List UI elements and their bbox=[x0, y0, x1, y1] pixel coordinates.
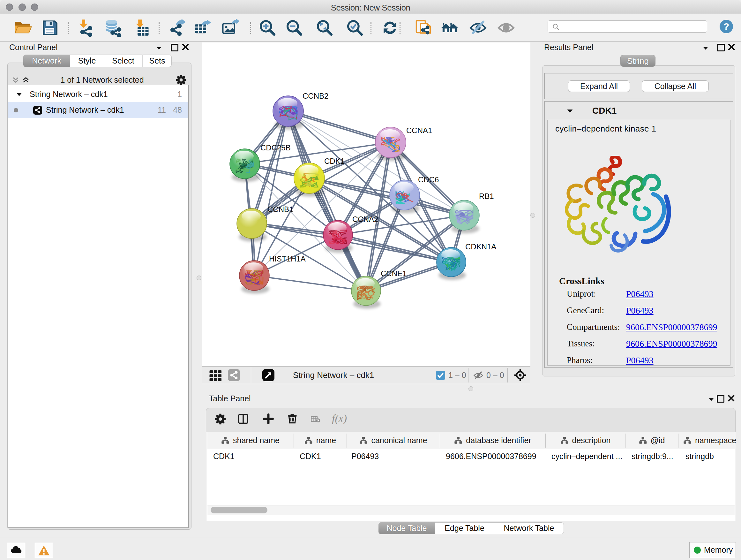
svg-text:CDC6: CDC6 bbox=[418, 175, 439, 184]
svg-text:CCNA1: CCNA1 bbox=[406, 126, 432, 135]
svg-text:CCNE1: CCNE1 bbox=[381, 269, 407, 278]
svg-text:CDKN1A: CDKN1A bbox=[465, 242, 496, 251]
svg-text:HIST1H1A: HIST1H1A bbox=[269, 254, 306, 263]
svg-text:CCNB2: CCNB2 bbox=[302, 91, 328, 100]
svg-text:RB1: RB1 bbox=[479, 192, 494, 200]
svg-text:CDC25B: CDC25B bbox=[260, 143, 291, 152]
svg-text:CCNB1: CCNB1 bbox=[267, 205, 293, 213]
svg-text:CDK1: CDK1 bbox=[324, 157, 345, 165]
svg-text:CCNA2: CCNA2 bbox=[352, 215, 378, 224]
